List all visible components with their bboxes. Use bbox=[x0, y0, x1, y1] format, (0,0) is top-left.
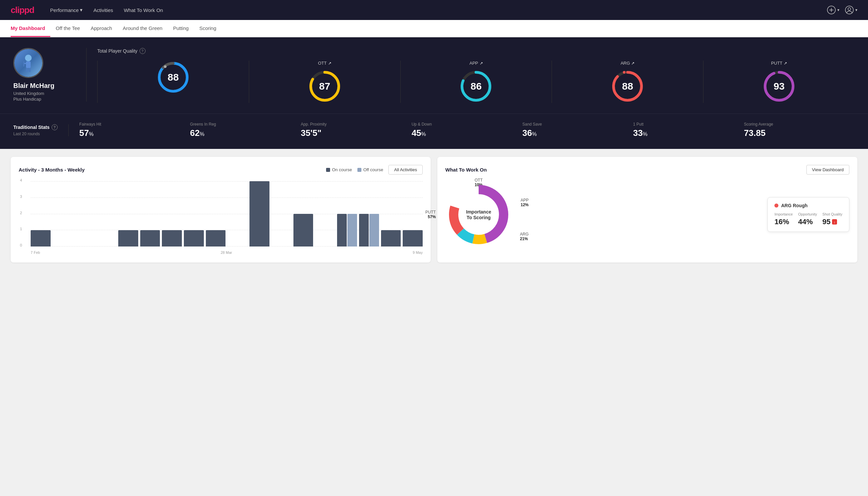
stat-scoring-average: Scoring Average 73.85 bbox=[744, 122, 855, 138]
x-label-mar: 28 Mar bbox=[221, 250, 232, 254]
activity-card-header: Activity - 3 Months - Weekly On course O… bbox=[19, 165, 423, 174]
nav-right: ▾ ▾ bbox=[827, 5, 857, 15]
activity-chart-card: Activity - 3 Months - Weekly On course O… bbox=[11, 157, 431, 263]
svg-point-5 bbox=[25, 55, 32, 61]
legend-oncourse: On course bbox=[326, 167, 352, 172]
donut-chart-wrapper: OTT 10% APP 12% ARG 21% PUTT 57% bbox=[445, 181, 512, 248]
bar-group bbox=[337, 181, 357, 247]
svg-point-4 bbox=[848, 7, 851, 10]
bar-group bbox=[271, 181, 291, 247]
detail-metric-shot-quality: Shot Quality 95 ↓ bbox=[822, 212, 842, 226]
bar-group bbox=[294, 181, 313, 247]
bar-group bbox=[74, 181, 94, 247]
bar-group bbox=[184, 181, 204, 247]
subnav-scoring[interactable]: Scoring bbox=[194, 20, 221, 37]
gauge-arg: 88 bbox=[611, 69, 644, 103]
donut-svg bbox=[445, 181, 512, 248]
trad-stats-help-icon[interactable]: ? bbox=[52, 124, 58, 130]
legend-offcourse: Off course bbox=[358, 167, 383, 172]
legend-oncourse-dot bbox=[326, 168, 330, 172]
bar-oncourse bbox=[294, 214, 313, 247]
wtwo-card-title: What To Work On bbox=[445, 167, 801, 173]
subnav-off-the-tee[interactable]: Off the Tee bbox=[50, 20, 85, 37]
bar-oncourse bbox=[250, 181, 269, 247]
wtwo-card: What To Work On View Dashboard OTT 10% A… bbox=[437, 157, 857, 263]
svg-rect-9 bbox=[26, 68, 28, 72]
donut-label-putt: PUTT 57% bbox=[425, 210, 436, 219]
hero-section: Blair McHarg United Kingdom Plus Handica… bbox=[0, 37, 868, 113]
bar-group bbox=[53, 181, 73, 247]
x-axis-labels: 7 Feb 28 Mar 9 May bbox=[31, 250, 423, 254]
nav-performance[interactable]: Performance ▾ bbox=[50, 7, 83, 13]
score-value-app: 86 bbox=[471, 81, 482, 92]
arg-label: ARG ↗ bbox=[620, 61, 634, 66]
bar-group bbox=[315, 181, 335, 247]
subnav-putting[interactable]: Putting bbox=[168, 20, 194, 37]
bar-group bbox=[227, 181, 248, 247]
gauge-app: 86 bbox=[459, 69, 493, 103]
subnav-around-the-green[interactable]: Around the Green bbox=[117, 20, 168, 37]
x-label-may: 9 May bbox=[413, 250, 423, 254]
bar-offcourse bbox=[347, 214, 357, 247]
nav-what-to-work-on[interactable]: What To Work On bbox=[124, 7, 163, 13]
score-cards: 88 OTT ↗ 87 bbox=[97, 61, 855, 103]
bar-group bbox=[96, 181, 116, 247]
detail-metric-opportunity: Opportunity 44% bbox=[798, 212, 817, 226]
gauge-total: 88 bbox=[157, 61, 190, 94]
nav-activities[interactable]: Activities bbox=[93, 7, 113, 13]
detail-metric-importance: Importance 16% bbox=[774, 212, 793, 226]
svg-rect-6 bbox=[26, 61, 31, 68]
player-info: Blair McHarg United Kingdom Plus Handica… bbox=[13, 48, 86, 102]
svg-rect-10 bbox=[29, 68, 31, 72]
score-card-total: 88 bbox=[97, 61, 249, 103]
bar-oncourse bbox=[31, 230, 51, 247]
traditional-stats-section: Traditional Stats ? Last 20 rounds Fairw… bbox=[0, 113, 868, 149]
stat-fairways-hit: Fairways Hit 57% bbox=[79, 122, 190, 138]
bar-group bbox=[31, 181, 51, 247]
wtwo-content: OTT 10% APP 12% ARG 21% PUTT 57% bbox=[445, 181, 849, 248]
score-value-arg: 88 bbox=[622, 81, 633, 92]
add-button[interactable]: ▾ bbox=[827, 5, 839, 15]
user-menu-button[interactable]: ▾ bbox=[845, 5, 857, 15]
avatar bbox=[13, 48, 43, 78]
bar-group bbox=[162, 181, 182, 247]
bar-oncourse bbox=[162, 230, 182, 247]
top-nav: clippd Performance ▾ Activities What To … bbox=[0, 0, 868, 20]
x-label-feb: 7 Feb bbox=[31, 250, 40, 254]
bar-group bbox=[359, 181, 379, 247]
wtwo-detail-wrapper: ARG Rough Importance 16% Opportunity 44%… bbox=[520, 197, 849, 232]
score-card-app: APP ↗ 86 bbox=[401, 61, 552, 103]
all-activities-button[interactable]: All Activities bbox=[388, 165, 423, 174]
detail-dot bbox=[774, 203, 778, 207]
svg-rect-7 bbox=[24, 63, 27, 64]
stat-app-proximity: App. Proximity 35'5" bbox=[301, 122, 412, 138]
activity-card-title: Activity - 3 Months - Weekly bbox=[19, 167, 321, 173]
score-card-putt: PUTT ↗ 93 bbox=[704, 61, 855, 103]
bar-oncourse bbox=[359, 214, 369, 247]
tpq-help-icon[interactable]: ? bbox=[140, 48, 145, 54]
bar-group bbox=[206, 181, 226, 247]
trad-stats-label: Traditional Stats ? Last 20 rounds bbox=[13, 124, 68, 136]
donut-chart: Importance To Scoring bbox=[445, 181, 512, 248]
activity-chart-area: 4 3 2 1 0 7 Feb 28 Mar 9 May bbox=[19, 181, 423, 254]
detail-card-title: ARG Rough bbox=[774, 203, 842, 208]
detail-metrics: Importance 16% Opportunity 44% Shot Qual… bbox=[774, 212, 842, 226]
score-value-putt: 93 bbox=[773, 81, 784, 92]
subnav-approach[interactable]: Approach bbox=[85, 20, 117, 37]
ott-label: OTT ↗ bbox=[318, 61, 331, 66]
bar-oncourse bbox=[337, 214, 347, 247]
view-dashboard-button[interactable]: View Dashboard bbox=[806, 165, 849, 174]
donut-label-app: APP 12% bbox=[521, 198, 528, 207]
stat-sand-save: Sand Save 36% bbox=[522, 122, 633, 138]
bottom-section: Activity - 3 Months - Weekly On course O… bbox=[0, 149, 868, 270]
subnav-my-dashboard[interactable]: My Dashboard bbox=[11, 20, 50, 37]
bar-group bbox=[140, 181, 160, 247]
shot-quality-badge: ↓ bbox=[832, 219, 837, 224]
bar-group bbox=[403, 181, 423, 247]
score-value-ott: 87 bbox=[319, 81, 330, 92]
bar-oncourse bbox=[381, 230, 401, 247]
player-handicap: Plus Handicap bbox=[13, 97, 41, 102]
bar-oncourse bbox=[403, 230, 423, 247]
bar-group bbox=[381, 181, 401, 247]
score-card-arg: ARG ↗ 88 bbox=[552, 61, 704, 103]
